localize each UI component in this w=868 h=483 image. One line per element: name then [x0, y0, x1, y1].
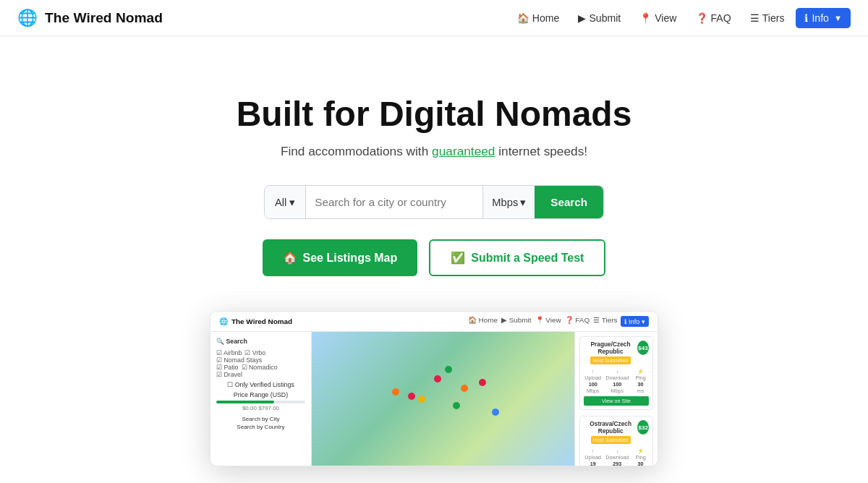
map-cta-button[interactable]: 🏠 See Listings Map — [263, 239, 418, 276]
listing-card: Ostrava/Czech Republic Host Submitted $3… — [579, 416, 653, 466]
nav-submit[interactable]: ▶ Submit — [571, 8, 628, 28]
search-input[interactable] — [306, 186, 482, 218]
home-icon: 🏠 — [517, 12, 529, 24]
preview-sidebar-left: 🔍 Search ☑ Airbnb ☑ Vrbo ☑ Nomad Stays ☑… — [210, 332, 312, 466]
cta-row: 🏠 See Listings Map ✅ Submit a Speed Test — [263, 239, 606, 276]
map-dot — [408, 393, 415, 400]
hero-title: Built for Digital Nomads — [237, 94, 632, 134]
map-dot — [418, 396, 425, 403]
map-dot — [392, 388, 399, 396]
preview-brand: 🌐 The Wired Nomad — [219, 317, 292, 325]
search-bar: All ▾ Mbps ▾ Search — [264, 185, 604, 219]
listing-card: Prague/Czech Republic Host Submitted $43… — [579, 336, 653, 410]
preview-body: 🔍 Search ☑ Airbnb ☑ Vrbo ☑ Nomad Stays ☑… — [210, 332, 658, 466]
speed-test-cta-button[interactable]: ✅ Submit a Speed Test — [429, 239, 605, 276]
faq-icon: ❓ — [696, 12, 708, 24]
units-caret-icon: ▾ — [520, 196, 526, 208]
nav-home[interactable]: 🏠 Home — [510, 8, 567, 28]
map-dot — [434, 375, 441, 382]
preview-nav: 🌐 The Wired Nomad 🏠 Home ▶ Submit 📍 View… — [210, 312, 658, 332]
dropdown-caret-icon: ▾ — [289, 196, 295, 208]
view-icon: 📍 — [639, 12, 652, 24]
map-dot — [453, 402, 460, 409]
search-button[interactable]: Search — [535, 186, 603, 218]
map-icon: 🏠 — [283, 251, 297, 265]
checkmark-icon: ✅ — [451, 251, 465, 265]
hero-subtitle: Find accommodations with guaranteed inte… — [281, 144, 587, 159]
preview-map — [312, 332, 574, 466]
brand-link[interactable]: 🌐 The Wired Nomad — [17, 8, 163, 27]
map-dot — [492, 409, 499, 416]
units-dropdown[interactable]: Mbps ▾ — [482, 186, 535, 218]
nav-links: 🏠 Home ▶ Submit 📍 View ❓ FAQ ☰ Tiers ℹ I… — [510, 8, 851, 28]
map-dot — [461, 385, 468, 392]
tiers-icon: ☰ — [750, 12, 760, 24]
info-button[interactable]: ℹ Info ▼ — [796, 8, 851, 28]
navbar: 🌐 The Wired Nomad 🏠 Home ▶ Submit 📍 View… — [0, 0, 868, 36]
nav-view[interactable]: 📍 View — [632, 8, 684, 28]
map-dot — [445, 366, 452, 373]
preview-nav-links: 🏠 Home ▶ Submit 📍 View ❓ FAQ ☰ Tiers ℹ I… — [468, 316, 649, 327]
brand-icon: 🌐 — [17, 8, 38, 27]
search-type-dropdown[interactable]: All ▾ — [265, 186, 306, 218]
nav-faq[interactable]: ❓ FAQ — [689, 8, 739, 28]
preview-screenshot: 🌐 The Wired Nomad 🏠 Home ▶ Submit 📍 View… — [210, 311, 658, 466]
info-icon: ℹ — [804, 12, 808, 24]
nav-tiers[interactable]: ☰ Tiers — [743, 8, 792, 28]
info-caret-icon: ▼ — [834, 14, 842, 22]
hero-section: Built for Digital Nomads Find accommodat… — [0, 36, 868, 483]
submit-icon: ▶ — [578, 12, 586, 24]
brand-name: The Wired Nomad — [45, 10, 163, 26]
guaranteed-link[interactable]: guaranteed — [432, 144, 495, 158]
map-dot — [479, 379, 486, 386]
preview-sidebar-right: Prague/Czech Republic Host Submitted $43… — [574, 332, 658, 466]
